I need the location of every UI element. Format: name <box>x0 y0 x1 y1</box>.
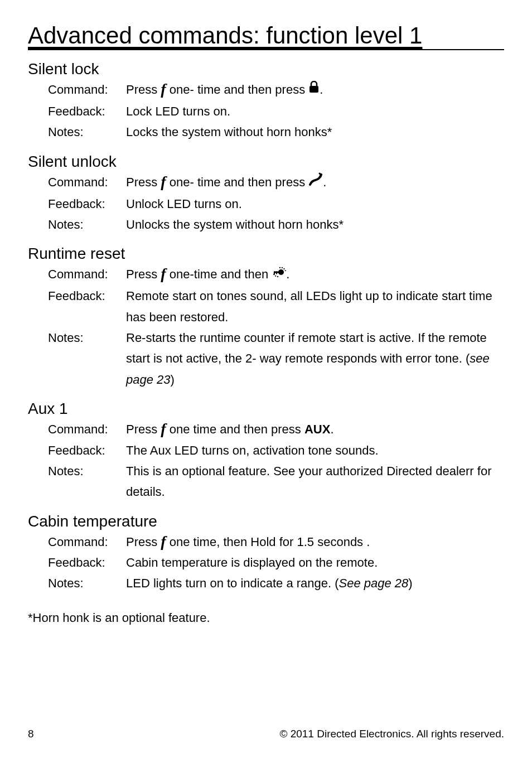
label-notes: Notes: <box>48 327 126 348</box>
label-feedback: Feedback: <box>48 286 126 306</box>
f-icon: f <box>161 423 166 435</box>
label-command: Command: <box>48 264 126 284</box>
value-notes: This is an optional feature. See your au… <box>126 461 504 503</box>
value-feedback: Lock LED turns on. <box>126 101 504 122</box>
value-command: Press f one time, then Hold for 1.5 seco… <box>126 532 504 552</box>
entry-notes: Notes: This is an optional feature. See … <box>48 461 504 503</box>
label-command: Command: <box>48 419 126 440</box>
value-feedback: Unlock LED turns on. <box>126 194 504 214</box>
entry-feedback: Feedback: Unlock LED turns on. <box>48 194 504 214</box>
value-command: Press f one-time and then . <box>126 264 504 286</box>
entry-command: Command: Press f one- time and then pres… <box>48 172 504 194</box>
label-feedback: Feedback: <box>48 101 126 122</box>
entry-command: Command: Press f one-time and then . <box>48 264 504 286</box>
unlock-icon <box>308 171 323 192</box>
value-notes: LED lights turn on to indicate a range. … <box>126 573 504 593</box>
page-title: Advanced commands: function level 1 <box>28 22 504 50</box>
value-command: Press f one- time and then press . <box>126 79 504 101</box>
label-feedback: Feedback: <box>48 194 126 214</box>
label-notes: Notes: <box>48 122 126 142</box>
entry-feedback: Feedback: The Aux LED turns on, activati… <box>48 440 504 461</box>
value-command: Press f one- time and then press . <box>126 172 504 194</box>
label-feedback: Feedback: <box>48 440 126 461</box>
label-notes: Notes: <box>48 573 126 593</box>
f-icon: f <box>161 176 166 188</box>
footnote: *Horn honk is an optional feature. <box>28 611 504 625</box>
entry-notes: Notes: Re-starts the runtime counter if … <box>48 327 504 390</box>
section-title-aux1: Aux 1 <box>28 400 504 418</box>
section-title-silent-unlock: Silent unlock <box>28 153 504 171</box>
value-feedback: The Aux LED turns on, activation tone so… <box>126 440 504 461</box>
section-title-silent-lock: Silent lock <box>28 60 504 78</box>
entry-notes: Notes: Locks the system without horn hon… <box>48 122 504 142</box>
label-notes: Notes: <box>48 461 126 481</box>
entry-command: Command: Press f one time and then press… <box>48 419 504 440</box>
label-command: Command: <box>48 172 126 192</box>
value-command: Press f one time and then press AUX. <box>126 419 504 440</box>
entry-command: Command: Press f one- time and then pres… <box>48 79 504 101</box>
label-command: Command: <box>48 532 126 552</box>
entry-notes: Notes: Unlocks the system without horn h… <box>48 214 504 235</box>
entry-feedback: Feedback: Remote start on tones sound, a… <box>48 286 504 327</box>
section-title-runtime-reset: Runtime reset <box>28 245 504 263</box>
key-icon <box>272 264 286 284</box>
f-icon: f <box>161 83 166 95</box>
svg-rect-0 <box>309 86 318 93</box>
value-notes: Locks the system without horn honks* <box>126 122 504 142</box>
section-title-cabin-temp: Cabin temperature <box>28 513 504 530</box>
page: Advanced commands: function level 1 Sile… <box>0 0 532 758</box>
aux-label: AUX <box>304 422 330 436</box>
value-feedback: Remote start on tones sound, all LEDs li… <box>126 286 504 327</box>
lock-icon <box>308 79 320 99</box>
svg-rect-4 <box>276 271 277 274</box>
value-notes: Unlocks the system without horn honks* <box>126 214 504 235</box>
entry-command: Command: Press f one time, then Hold for… <box>48 532 504 552</box>
footer: 8 © 2011 Directed Electronics. All right… <box>28 728 504 740</box>
value-notes: Re-starts the runtime counter if remote … <box>126 327 504 390</box>
copyright: © 2011 Directed Electronics. All rights … <box>279 728 504 740</box>
label-feedback: Feedback: <box>48 552 126 573</box>
entry-feedback: Feedback: Lock LED turns on. <box>48 101 504 122</box>
page-number: 8 <box>28 728 34 740</box>
label-notes: Notes: <box>48 214 126 235</box>
f-icon: f <box>161 268 166 280</box>
f-icon: f <box>161 535 166 548</box>
value-feedback: Cabin temperature is displayed on the re… <box>126 552 504 573</box>
entry-notes: Notes: LED lights turn on to indicate a … <box>48 573 504 593</box>
entry-feedback: Feedback: Cabin temperature is displayed… <box>48 552 504 573</box>
label-command: Command: <box>48 79 126 100</box>
